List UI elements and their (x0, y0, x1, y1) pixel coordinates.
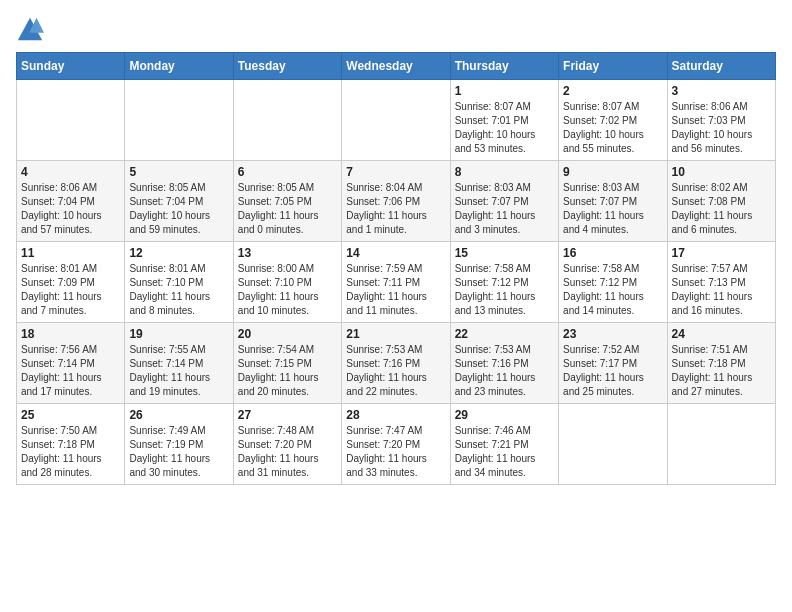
calendar-cell: 18Sunrise: 7:56 AMSunset: 7:14 PMDayligh… (17, 323, 125, 404)
day-number: 11 (21, 246, 120, 260)
day-info: Sunrise: 8:07 AMSunset: 7:02 PMDaylight:… (563, 100, 662, 156)
calendar-week-row: 1Sunrise: 8:07 AMSunset: 7:01 PMDaylight… (17, 80, 776, 161)
calendar-cell: 13Sunrise: 8:00 AMSunset: 7:10 PMDayligh… (233, 242, 341, 323)
day-number: 18 (21, 327, 120, 341)
calendar-cell: 26Sunrise: 7:49 AMSunset: 7:19 PMDayligh… (125, 404, 233, 485)
day-number: 17 (672, 246, 771, 260)
day-info: Sunrise: 7:50 AMSunset: 7:18 PMDaylight:… (21, 424, 120, 480)
day-info: Sunrise: 7:52 AMSunset: 7:17 PMDaylight:… (563, 343, 662, 399)
day-number: 2 (563, 84, 662, 98)
weekday-header-tuesday: Tuesday (233, 53, 341, 80)
weekday-header-wednesday: Wednesday (342, 53, 450, 80)
day-number: 7 (346, 165, 445, 179)
day-number: 8 (455, 165, 554, 179)
day-number: 12 (129, 246, 228, 260)
day-number: 4 (21, 165, 120, 179)
day-number: 3 (672, 84, 771, 98)
day-number: 10 (672, 165, 771, 179)
weekday-header-monday: Monday (125, 53, 233, 80)
day-info: Sunrise: 8:06 AMSunset: 7:03 PMDaylight:… (672, 100, 771, 156)
calendar-cell (125, 80, 233, 161)
calendar-week-row: 25Sunrise: 7:50 AMSunset: 7:18 PMDayligh… (17, 404, 776, 485)
day-info: Sunrise: 7:47 AMSunset: 7:20 PMDaylight:… (346, 424, 445, 480)
day-number: 24 (672, 327, 771, 341)
day-info: Sunrise: 7:58 AMSunset: 7:12 PMDaylight:… (455, 262, 554, 318)
weekday-header-sunday: Sunday (17, 53, 125, 80)
calendar-cell: 24Sunrise: 7:51 AMSunset: 7:18 PMDayligh… (667, 323, 775, 404)
day-info: Sunrise: 8:05 AMSunset: 7:04 PMDaylight:… (129, 181, 228, 237)
day-number: 25 (21, 408, 120, 422)
calendar-cell: 8Sunrise: 8:03 AMSunset: 7:07 PMDaylight… (450, 161, 558, 242)
calendar-cell: 17Sunrise: 7:57 AMSunset: 7:13 PMDayligh… (667, 242, 775, 323)
calendar-cell: 11Sunrise: 8:01 AMSunset: 7:09 PMDayligh… (17, 242, 125, 323)
calendar-cell: 9Sunrise: 8:03 AMSunset: 7:07 PMDaylight… (559, 161, 667, 242)
day-number: 26 (129, 408, 228, 422)
calendar-week-row: 18Sunrise: 7:56 AMSunset: 7:14 PMDayligh… (17, 323, 776, 404)
calendar-cell: 12Sunrise: 8:01 AMSunset: 7:10 PMDayligh… (125, 242, 233, 323)
day-info: Sunrise: 7:57 AMSunset: 7:13 PMDaylight:… (672, 262, 771, 318)
calendar-cell: 25Sunrise: 7:50 AMSunset: 7:18 PMDayligh… (17, 404, 125, 485)
calendar-cell: 7Sunrise: 8:04 AMSunset: 7:06 PMDaylight… (342, 161, 450, 242)
day-info: Sunrise: 8:02 AMSunset: 7:08 PMDaylight:… (672, 181, 771, 237)
day-number: 21 (346, 327, 445, 341)
calendar-cell (17, 80, 125, 161)
calendar-cell: 21Sunrise: 7:53 AMSunset: 7:16 PMDayligh… (342, 323, 450, 404)
calendar-cell: 3Sunrise: 8:06 AMSunset: 7:03 PMDaylight… (667, 80, 775, 161)
day-info: Sunrise: 8:03 AMSunset: 7:07 PMDaylight:… (563, 181, 662, 237)
logo-icon (16, 16, 44, 44)
day-number: 16 (563, 246, 662, 260)
calendar-cell: 4Sunrise: 8:06 AMSunset: 7:04 PMDaylight… (17, 161, 125, 242)
calendar-table: SundayMondayTuesdayWednesdayThursdayFrid… (16, 52, 776, 485)
calendar-cell: 19Sunrise: 7:55 AMSunset: 7:14 PMDayligh… (125, 323, 233, 404)
day-info: Sunrise: 8:06 AMSunset: 7:04 PMDaylight:… (21, 181, 120, 237)
day-number: 23 (563, 327, 662, 341)
calendar-header-row: SundayMondayTuesdayWednesdayThursdayFrid… (17, 53, 776, 80)
day-number: 13 (238, 246, 337, 260)
day-info: Sunrise: 8:01 AMSunset: 7:09 PMDaylight:… (21, 262, 120, 318)
day-number: 1 (455, 84, 554, 98)
calendar-cell (342, 80, 450, 161)
day-info: Sunrise: 7:54 AMSunset: 7:15 PMDaylight:… (238, 343, 337, 399)
day-number: 5 (129, 165, 228, 179)
day-info: Sunrise: 8:07 AMSunset: 7:01 PMDaylight:… (455, 100, 554, 156)
day-info: Sunrise: 8:04 AMSunset: 7:06 PMDaylight:… (346, 181, 445, 237)
weekday-header-thursday: Thursday (450, 53, 558, 80)
logo (16, 16, 48, 44)
day-info: Sunrise: 7:59 AMSunset: 7:11 PMDaylight:… (346, 262, 445, 318)
calendar-cell (233, 80, 341, 161)
calendar-cell: 16Sunrise: 7:58 AMSunset: 7:12 PMDayligh… (559, 242, 667, 323)
day-info: Sunrise: 8:01 AMSunset: 7:10 PMDaylight:… (129, 262, 228, 318)
calendar-cell (667, 404, 775, 485)
day-number: 27 (238, 408, 337, 422)
header (16, 16, 776, 44)
calendar-week-row: 11Sunrise: 8:01 AMSunset: 7:09 PMDayligh… (17, 242, 776, 323)
day-number: 22 (455, 327, 554, 341)
calendar-cell: 23Sunrise: 7:52 AMSunset: 7:17 PMDayligh… (559, 323, 667, 404)
calendar-cell (559, 404, 667, 485)
calendar-cell: 29Sunrise: 7:46 AMSunset: 7:21 PMDayligh… (450, 404, 558, 485)
day-info: Sunrise: 7:58 AMSunset: 7:12 PMDaylight:… (563, 262, 662, 318)
day-info: Sunrise: 7:55 AMSunset: 7:14 PMDaylight:… (129, 343, 228, 399)
calendar-cell: 15Sunrise: 7:58 AMSunset: 7:12 PMDayligh… (450, 242, 558, 323)
day-info: Sunrise: 7:53 AMSunset: 7:16 PMDaylight:… (455, 343, 554, 399)
calendar-week-row: 4Sunrise: 8:06 AMSunset: 7:04 PMDaylight… (17, 161, 776, 242)
day-number: 15 (455, 246, 554, 260)
calendar-cell: 1Sunrise: 8:07 AMSunset: 7:01 PMDaylight… (450, 80, 558, 161)
calendar-cell: 6Sunrise: 8:05 AMSunset: 7:05 PMDaylight… (233, 161, 341, 242)
day-info: Sunrise: 7:49 AMSunset: 7:19 PMDaylight:… (129, 424, 228, 480)
day-info: Sunrise: 7:48 AMSunset: 7:20 PMDaylight:… (238, 424, 337, 480)
calendar-cell: 22Sunrise: 7:53 AMSunset: 7:16 PMDayligh… (450, 323, 558, 404)
calendar-cell: 28Sunrise: 7:47 AMSunset: 7:20 PMDayligh… (342, 404, 450, 485)
day-info: Sunrise: 8:00 AMSunset: 7:10 PMDaylight:… (238, 262, 337, 318)
day-number: 19 (129, 327, 228, 341)
day-info: Sunrise: 7:53 AMSunset: 7:16 PMDaylight:… (346, 343, 445, 399)
weekday-header-friday: Friday (559, 53, 667, 80)
day-info: Sunrise: 7:56 AMSunset: 7:14 PMDaylight:… (21, 343, 120, 399)
day-number: 20 (238, 327, 337, 341)
calendar-cell: 14Sunrise: 7:59 AMSunset: 7:11 PMDayligh… (342, 242, 450, 323)
day-number: 9 (563, 165, 662, 179)
day-number: 14 (346, 246, 445, 260)
calendar-cell: 5Sunrise: 8:05 AMSunset: 7:04 PMDaylight… (125, 161, 233, 242)
day-number: 6 (238, 165, 337, 179)
day-info: Sunrise: 8:05 AMSunset: 7:05 PMDaylight:… (238, 181, 337, 237)
